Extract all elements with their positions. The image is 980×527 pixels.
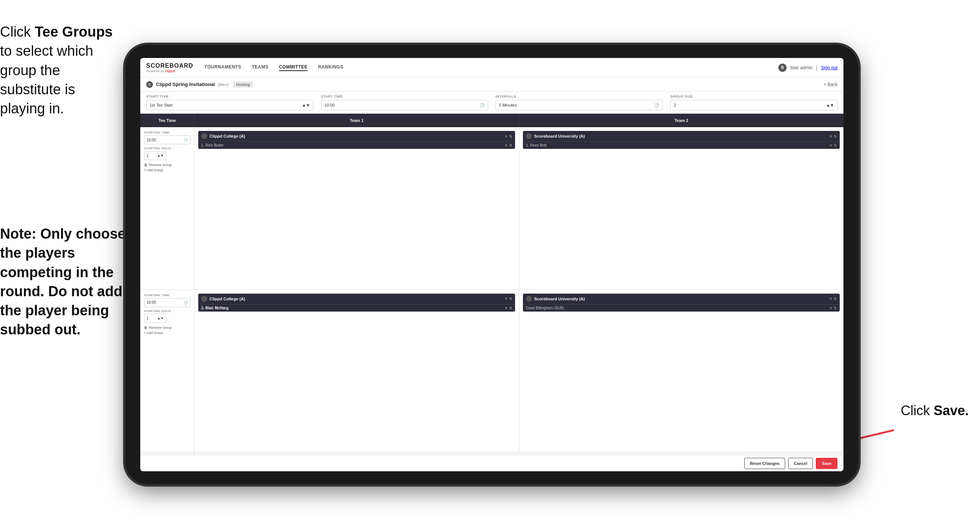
cancel-button[interactable]: Cancel xyxy=(788,458,813,469)
group1-start-time-input[interactable]: 10:00 🕑 xyxy=(144,135,190,144)
group1-team1-player1-arrows[interactable]: ⇅ xyxy=(509,143,512,147)
group1-team1-header: Clippd College (A) ✕ ⇅ xyxy=(198,131,515,142)
group2-team1-name: Clippd College (A) xyxy=(210,296,502,301)
group-size-label: Group Size xyxy=(670,95,837,99)
group2-team1-player1-remove[interactable]: ✕ xyxy=(504,306,508,310)
group1-team1-card[interactable]: Clippd College (A) ✕ ⇅ 1. Rich Butler ✕ xyxy=(198,131,515,149)
group1-team1-player1-row: 1. Rich Butler ✕ ⇅ xyxy=(198,142,515,149)
start-time-label: Start Time xyxy=(321,95,488,99)
group2-add-link[interactable]: + Add Group xyxy=(144,331,190,335)
team1-header: Team 1 xyxy=(194,114,519,127)
tee-content: Team 1 Team 2 Clippd College (A) xyxy=(194,114,843,460)
tee-table-container: Tee Time STARTING TIME: 10:00 🕑 STARTING… xyxy=(140,114,843,460)
group2-team1-icon xyxy=(201,296,207,302)
admin-name: blair admin xyxy=(791,65,813,70)
group1-team2-player1-arrows[interactable]: ⇅ xyxy=(834,143,837,147)
save-button[interactable]: Save xyxy=(816,458,837,469)
group-size-input[interactable]: 2 ▲▼ xyxy=(670,100,837,110)
group1-team2-card[interactable]: Scoreboard University (A) ✕ ⇅ 1. Rees Br… xyxy=(523,131,840,149)
group1-add-link[interactable]: + Add Group xyxy=(144,168,190,172)
group2-team2-name: Scoreboard University (A) xyxy=(534,296,827,301)
intervals-label: Intervals xyxy=(496,95,663,99)
settings-row: Start Type 1st Tee Start ▲▼ Start Time 1… xyxy=(140,92,843,114)
group2-start-time-label: STARTING TIME: xyxy=(144,294,190,297)
group1-team2-player1-row: 1. Rees Britt ✕ ⇅ xyxy=(523,142,840,149)
group2-team2-player1-arrows[interactable]: ⇅ xyxy=(834,306,837,310)
nav-separator: | xyxy=(816,65,817,70)
group1-team2-remove[interactable]: ✕ xyxy=(829,134,832,139)
group1-team1-remove[interactable]: ✕ xyxy=(504,134,508,139)
group1-row: Clippd College (A) ✕ ⇅ 1. Rich Butler ✕ xyxy=(194,127,843,290)
group2-team2-player1-row: Dave Billingham (SUB) ✕ ⇅ xyxy=(523,304,840,312)
group2-team2-icon xyxy=(526,296,532,302)
logo-text: SCOREBOARD xyxy=(146,62,193,69)
group1-team1-player1-name: 1. Rich Butler xyxy=(201,143,502,147)
group1-start-hole-label: STARTING HOLE: xyxy=(144,146,190,150)
group1-team1-controls: ✕ ⇅ xyxy=(504,134,512,139)
back-link[interactable]: < Back xyxy=(824,82,837,87)
group2-team2-col: Scoreboard University (A) ✕ ⇅ Dave Billi… xyxy=(519,290,843,452)
main-instruction: Click Tee Groups to select which group t… xyxy=(0,22,123,118)
group1-team2-player1-controls: ✕ ⇅ xyxy=(829,143,837,147)
group2-team1-card[interactable]: Clippd College (A) ✕ ⇅ 2. Blair McHarg ✕ xyxy=(198,294,515,312)
sub-header: C Clippd Spring Invitational (Men) Hosti… xyxy=(140,77,843,92)
tablet-frame: SCOREBOARD Powered by clippd TOURNAMENTS… xyxy=(125,45,858,484)
group2-team2-player1-remove[interactable]: ✕ xyxy=(829,306,832,310)
nav-rankings[interactable]: RANKINGS xyxy=(318,64,344,71)
group2-team2-arrows[interactable]: ⇅ xyxy=(834,296,837,301)
navbar: SCOREBOARD Powered by clippd TOURNAMENTS… xyxy=(140,58,843,77)
group1-start-hole-input[interactable]: 1 ▲▼ xyxy=(144,151,167,160)
group1-team1-name: Clippd College (A) xyxy=(210,134,502,139)
start-type-input[interactable]: 1st Tee Start ▲▼ xyxy=(146,100,313,110)
bottom-bar: Reset Changes Cancel Save xyxy=(140,455,843,471)
start-time-setting: Start Time 10:00 🕑 xyxy=(321,95,488,110)
group2-team1-arrows[interactable]: ⇅ xyxy=(509,296,512,301)
group2-team1-remove[interactable]: ✕ xyxy=(504,296,508,301)
nav-right: B blair admin | Sign out xyxy=(778,64,837,72)
group1-remove-link[interactable]: 🗑 Remove Group xyxy=(144,163,190,167)
group1-team2-player1-remove[interactable]: ✕ xyxy=(829,143,832,147)
intervals-input[interactable]: 5 Minutes 🕑 xyxy=(496,100,663,110)
group2-actions: 🗑 Remove Group + Add Group xyxy=(144,326,190,335)
group2-team2-player1-controls: ✕ ⇅ xyxy=(829,306,837,310)
group2-team1-player1-arrows[interactable]: ⇅ xyxy=(509,306,512,310)
reset-changes-button[interactable]: Reset Changes xyxy=(745,458,785,469)
group1-team2-col: Scoreboard University (A) ✕ ⇅ 1. Rees Br… xyxy=(519,127,843,290)
group1-team2-arrows[interactable]: ⇅ xyxy=(834,134,837,139)
group1-team2-player1-name: 1. Rees Britt xyxy=(526,143,827,147)
group1-team2-controls: ✕ ⇅ xyxy=(829,134,837,139)
group2-team2-card[interactable]: Scoreboard University (A) ✕ ⇅ Dave Billi… xyxy=(523,294,840,312)
nav-links: TOURNAMENTS TEAMS COMMITTEE RANKINGS xyxy=(205,64,779,71)
tee-time-sidebar: Tee Time STARTING TIME: 10:00 🕑 STARTING… xyxy=(140,114,194,460)
group2-team1-player1-controls: ✕ ⇅ xyxy=(504,306,512,310)
sign-out-link[interactable]: Sign out xyxy=(821,65,837,70)
group2-start-hole-input[interactable]: 1 ▲▼ xyxy=(144,314,167,323)
nav-teams[interactable]: TEAMS xyxy=(252,64,269,71)
group1-team1-arrows[interactable]: ⇅ xyxy=(509,134,512,139)
nav-committee[interactable]: COMMITTEE xyxy=(279,64,308,71)
sub-avatar: C xyxy=(146,81,153,88)
group2-team2-header: Scoreboard University (A) ✕ ⇅ xyxy=(523,294,840,304)
group2-team1-player1-row: 2. Blair McHarg ✕ ⇅ xyxy=(198,304,515,312)
intervals-setting: Intervals 5 Minutes 🕑 xyxy=(496,95,663,110)
group1-team1-player1-controls: ✕ ⇅ xyxy=(504,143,512,147)
click-save-instruction: Click Save. xyxy=(901,403,969,419)
group2-start-hole-label: STARTING HOLE: xyxy=(144,309,190,313)
group2-start-time-input[interactable]: 10:05 🕑 xyxy=(144,298,190,307)
group2-team1-col: Clippd College (A) ✕ ⇅ 2. Blair McHarg ✕ xyxy=(194,290,519,452)
group1-team1-col: Clippd College (A) ✕ ⇅ 1. Rich Butler ✕ xyxy=(194,127,519,290)
group2-team2-controls: ✕ ⇅ xyxy=(829,296,837,301)
group1-start-time-label: STARTING TIME: xyxy=(144,131,190,134)
group2-team1-header: Clippd College (A) ✕ ⇅ xyxy=(198,294,515,304)
note-instruction: Note: Only choose the players competing … xyxy=(0,224,127,340)
group1-team1-player1-remove[interactable]: ✕ xyxy=(504,143,508,147)
group2-remove-link[interactable]: 🗑 Remove Group xyxy=(144,326,190,330)
nav-tournaments[interactable]: TOURNAMENTS xyxy=(205,64,242,71)
table-header: Team 1 Team 2 xyxy=(194,114,843,127)
group-size-setting: Group Size 2 ▲▼ xyxy=(670,95,837,110)
group2-team2-remove[interactable]: ✕ xyxy=(829,296,832,301)
group1-team1-icon xyxy=(201,133,207,139)
group1-team2-icon xyxy=(526,133,532,139)
start-time-input[interactable]: 10:00 🕑 xyxy=(321,100,488,110)
group2-row: Clippd College (A) ✕ ⇅ 2. Blair McHarg ✕ xyxy=(194,290,843,452)
